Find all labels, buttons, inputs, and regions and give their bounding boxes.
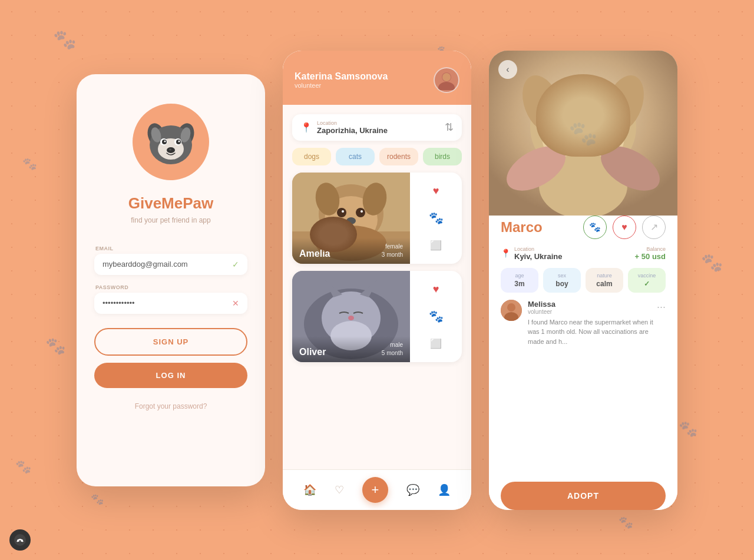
svg-point-55 xyxy=(507,303,515,312)
svg-point-11 xyxy=(169,148,171,150)
forgot-password-link[interactable]: Forgot your password? xyxy=(135,402,207,410)
pet-card-oliver[interactable]: Oliver male 5 month ♥ 🐾 ⬜ xyxy=(292,271,462,362)
svg-point-9 xyxy=(178,140,180,142)
favorite-oliver-button[interactable]: ♥ xyxy=(426,280,445,299)
user-name: Katerina Samsonova xyxy=(295,71,388,82)
nav-messages[interactable]: 💬 xyxy=(406,483,419,496)
login-screen: GiveMePaw find your pet friend in app EM… xyxy=(77,74,265,486)
clear-icon[interactable]: ✕ xyxy=(232,299,239,308)
amelia-info: female 3 month xyxy=(382,243,403,259)
avatar-image xyxy=(436,70,457,90)
chip-birds[interactable]: birds xyxy=(423,148,462,165)
paw-action-button[interactable]: 🐾 xyxy=(583,216,607,239)
check-icon: ✓ xyxy=(232,260,239,269)
nav-add-button[interactable]: + xyxy=(362,477,388,503)
age-chip-value: 3m xyxy=(504,280,535,288)
location-label: Location xyxy=(317,120,388,126)
password-input-wrap[interactable]: ✕ xyxy=(94,293,247,314)
svg-point-15 xyxy=(438,82,455,90)
detail-hero-image: ‹ xyxy=(489,51,677,216)
detail-location-value: Kyiv, Ukraine xyxy=(514,252,562,261)
svg-point-45 xyxy=(595,114,604,124)
heart-action-button[interactable]: ♥ xyxy=(613,216,636,239)
sort-icon[interactable]: ⇅ xyxy=(445,121,454,134)
adopt-button[interactable]: ADOPT xyxy=(501,482,666,510)
favorite-amelia-button[interactable]: ♥ xyxy=(426,181,445,200)
comment-section: Melissa volunteer ··· I found Marco near… xyxy=(501,300,666,347)
detail-pet-name: Marco xyxy=(501,219,543,236)
nature-chip: nature calm xyxy=(586,268,623,293)
svg-point-24 xyxy=(342,210,344,213)
user-info: Katerina Samsonova volunteer xyxy=(295,71,388,89)
commenter-avatar xyxy=(501,300,522,321)
password-label: PASSWORD xyxy=(94,284,247,290)
oliver-gender: male xyxy=(382,341,403,349)
pet-image-amelia: Amelia female 3 month xyxy=(292,173,410,264)
paw-amelia-button[interactable]: 🐾 xyxy=(426,208,445,227)
commenter-name: Melissa xyxy=(528,300,555,309)
signup-button[interactable]: SIGN UP xyxy=(94,328,247,356)
location-left: 📍 Location Zaporizhia, Ukraine xyxy=(300,120,388,135)
oliver-actions: ♥ 🐾 ⬜ xyxy=(410,271,462,362)
pet-image-oliver: Oliver male 5 month xyxy=(292,271,410,362)
nav-favorites[interactable]: ♡ xyxy=(335,483,344,496)
email-label: EMAIL xyxy=(94,246,247,251)
sex-chip-label: sex xyxy=(547,273,577,279)
comment-text: I found Marco near the supermarket when … xyxy=(528,317,666,347)
oliver-age: 5 month xyxy=(382,349,403,357)
location-value: Zaporizhia, Ukraine xyxy=(317,126,388,135)
chip-cats[interactable]: cats xyxy=(336,148,375,165)
nav-profile[interactable]: 👤 xyxy=(438,483,451,496)
vaccine-chip: vaccine ✓ xyxy=(628,268,666,293)
password-field-group: PASSWORD ✕ xyxy=(94,284,247,314)
detail-balance: Balance + 50 usd xyxy=(635,246,666,261)
pet-name-amelia: Amelia xyxy=(299,248,330,259)
chip-rodents[interactable]: rodents xyxy=(379,148,418,165)
share-oliver-button[interactable]: ⬜ xyxy=(426,334,445,353)
dog-illustration xyxy=(141,112,200,171)
app-tagline: find your pet friend in app xyxy=(131,216,210,224)
comment-options-button[interactable]: ··· xyxy=(657,301,666,313)
paw-oliver-button[interactable]: 🐾 xyxy=(426,307,445,326)
detail-location-icon: 📍 xyxy=(501,248,511,258)
logo-icon xyxy=(14,534,27,546)
svg-point-43 xyxy=(591,111,605,125)
chip-dogs[interactable]: dogs xyxy=(292,148,331,165)
share-amelia-button[interactable]: ⬜ xyxy=(426,236,445,254)
share-action-button[interactable]: ↗ xyxy=(642,216,666,239)
location-icon: 📍 xyxy=(300,122,312,133)
login-button[interactable]: LOG IN xyxy=(94,363,247,388)
svg-point-25 xyxy=(361,210,363,213)
email-input-wrap[interactable]: ✓ xyxy=(94,254,247,275)
svg-point-59 xyxy=(21,539,23,542)
oliver-overlay: Oliver male 5 month xyxy=(292,336,410,362)
browse-header: Katerina Samsonova volunteer xyxy=(283,51,471,105)
svg-point-49 xyxy=(580,129,584,132)
nature-chip-label: nature xyxy=(589,273,620,279)
sex-chip: sex boy xyxy=(543,268,581,293)
pet-card-amelia[interactable]: Amelia female 3 month ♥ 🐾 ⬜ xyxy=(292,173,462,264)
age-chip-label: age xyxy=(504,273,535,279)
svg-point-26 xyxy=(346,217,356,224)
svg-point-34 xyxy=(348,316,354,320)
detail-chips: age 3m sex boy nature calm vaccine ✓ xyxy=(501,268,666,293)
commenter-header: Melissa volunteer ··· xyxy=(528,300,666,315)
oliver-info: male 5 month xyxy=(382,341,403,357)
balance-value: + 50 usd xyxy=(635,252,666,261)
user-avatar[interactable] xyxy=(434,67,459,93)
svg-point-23 xyxy=(356,208,365,217)
user-role: volunteer xyxy=(295,82,388,89)
svg-point-22 xyxy=(337,208,346,217)
amelia-gender: female xyxy=(382,243,403,251)
detail-top-row: Marco 🐾 ♥ ↗ xyxy=(501,216,666,239)
svg-point-8 xyxy=(164,140,166,142)
nav-home[interactable]: 🏠 xyxy=(303,483,316,496)
detail-location-text: Location Kyiv, Ukraine xyxy=(514,246,562,261)
detail-location-row: 📍 Location Kyiv, Ukraine Balance + 50 us… xyxy=(501,246,666,261)
back-button[interactable]: ‹ xyxy=(498,60,517,79)
detail-body: Marco 🐾 ♥ ↗ 📍 Location Kyiv, Ukraine Bal… xyxy=(489,204,677,510)
email-input[interactable] xyxy=(102,260,232,269)
logo-badge xyxy=(9,529,31,551)
nature-chip-value: calm xyxy=(589,280,620,288)
password-input[interactable] xyxy=(102,299,232,307)
